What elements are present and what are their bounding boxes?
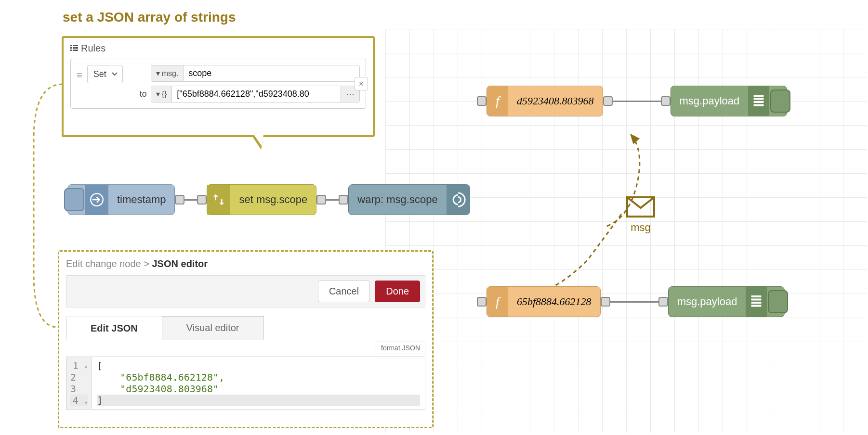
- callout-tail: [251, 135, 263, 150]
- output-port[interactable]: [601, 297, 610, 307]
- code-editor[interactable]: 1 ▾ 2 3 4 ▴ [ "65bf8884.662128", "d59234…: [66, 357, 425, 409]
- input-port[interactable]: [197, 195, 207, 205]
- input-port[interactable]: [477, 297, 487, 307]
- rules-label: Rules: [81, 43, 105, 54]
- input-port[interactable]: [477, 96, 487, 106]
- breadcrumb: Edit change node > JSON editor: [66, 258, 425, 269]
- arrow-right-icon: [85, 185, 108, 215]
- swap-icon: [207, 185, 230, 215]
- target-flow-1: f d5923408.803968 msg.payload: [477, 86, 787, 116]
- property-input[interactable]: [184, 65, 359, 81]
- to-label: to: [128, 89, 147, 99]
- warp-label: warp: msg.scope: [349, 193, 446, 206]
- code-content[interactable]: [ "65bf8884.662128", "d5923408.803968" ]: [92, 357, 425, 409]
- function-icon: f: [487, 86, 508, 116]
- annotation-title: set a JSON array of strings: [63, 10, 236, 25]
- inject-node[interactable]: timestamp: [67, 184, 175, 215]
- debug-label: msg.payload: [671, 95, 749, 107]
- target-flow-2: f 65bf8884.662128 msg.payload: [477, 286, 785, 317]
- input-port[interactable]: [661, 96, 671, 106]
- function-label: d5923408.803968: [508, 95, 603, 107]
- function-node-2[interactable]: f 65bf8884.662128: [487, 286, 601, 317]
- line-gutter: 1 ▾ 2 3 4 ▴: [66, 357, 92, 409]
- msg-label: msg: [626, 221, 655, 234]
- warp-node[interactable]: warp: msg.scope: [348, 184, 470, 215]
- wire: [613, 101, 661, 102]
- function-node-1[interactable]: f d5923408.803968: [487, 86, 603, 116]
- function-icon: f: [487, 287, 508, 317]
- inject-button[interactable]: [64, 188, 84, 211]
- list-icon: [70, 43, 78, 54]
- input-port[interactable]: [658, 297, 668, 307]
- remove-rule-button[interactable]: ✕: [355, 77, 368, 90]
- json-editor-panel: Edit change node > JSON editor Cancel Do…: [58, 250, 434, 428]
- debug-toggle-button[interactable]: [770, 90, 790, 113]
- msg-annotation: msg: [626, 196, 655, 234]
- output-port[interactable]: [316, 195, 326, 205]
- change-label: set msg.scope: [230, 193, 316, 206]
- drag-handle-icon[interactable]: ≡: [77, 70, 82, 81]
- debug-node-1[interactable]: msg.payload: [671, 86, 788, 116]
- wire: [326, 199, 339, 201]
- rules-header: Rules: [70, 43, 366, 54]
- debug-node-2[interactable]: msg.payload: [668, 286, 785, 317]
- swirl-icon: [447, 185, 470, 215]
- debug-label: msg.payload: [669, 295, 746, 308]
- rule-row: ≡ Set ▾ msg. to ▾ {} ⋯ ✕: [70, 59, 366, 109]
- inject-label: timestamp: [108, 193, 174, 206]
- debug-icon: [748, 86, 769, 116]
- change-node[interactable]: set msg.scope: [207, 184, 316, 215]
- editor-tabs: Edit JSON Visual editor format JSON: [66, 316, 425, 340]
- output-port[interactable]: [175, 195, 184, 205]
- done-button[interactable]: Done: [375, 281, 420, 302]
- tab-visual-editor[interactable]: Visual editor: [162, 316, 264, 340]
- debug-icon: [746, 287, 767, 317]
- wire: [184, 199, 197, 201]
- input-port[interactable]: [339, 195, 348, 205]
- tab-edit-json[interactable]: Edit JSON: [66, 317, 162, 340]
- value-type-button[interactable]: ▾ {}: [151, 86, 172, 102]
- editor-toolbar: Cancel Done: [66, 275, 425, 307]
- debug-toggle-button[interactable]: [768, 290, 788, 313]
- cancel-button[interactable]: Cancel: [318, 281, 370, 302]
- format-json-button[interactable]: format JSON: [376, 342, 425, 354]
- value-input[interactable]: [172, 86, 341, 102]
- rules-panel: Rules ≡ Set ▾ msg. to ▾ {} ⋯: [62, 36, 375, 137]
- wire: [610, 301, 658, 303]
- output-port[interactable]: [603, 96, 613, 106]
- function-label: 65bf8884.662128: [508, 295, 600, 308]
- rule-action-select[interactable]: Set: [87, 65, 123, 83]
- property-type-button[interactable]: ▾ msg.: [151, 65, 184, 81]
- flow-row: timestamp set msg.scope warp: msg.scope: [67, 184, 470, 215]
